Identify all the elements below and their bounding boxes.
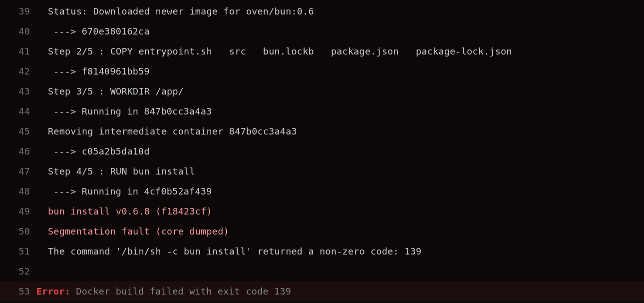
- line-number: 48: [0, 182, 30, 202]
- log-line: 42---> f8140961bb59: [0, 62, 644, 82]
- line-content: The command '/bin/sh -c bun install' ret…: [30, 242, 644, 262]
- line-content: Error: Docker build failed with exit cod…: [30, 282, 291, 302]
- log-text: ---> f8140961bb59: [53, 66, 150, 76]
- line-number: 44: [0, 102, 30, 122]
- line-number: 47: [0, 162, 30, 182]
- line-number: 53: [0, 282, 30, 302]
- line-number: 51: [0, 242, 30, 262]
- log-text: Status: Downloaded newer image for oven/…: [48, 6, 314, 16]
- log-line: 43Step 3/5 : WORKDIR /app/: [0, 82, 644, 102]
- log-text: Step 2/5 : COPY entrypoint.sh src bun.lo…: [48, 46, 512, 56]
- log-text: Step 3/5 : WORKDIR /app/: [48, 86, 184, 96]
- line-content: Step 3/5 : WORKDIR /app/: [30, 82, 644, 102]
- line-content: ---> 670e380162ca: [30, 22, 644, 42]
- line-content: ---> Running in 847b0cc3a4a3: [30, 102, 644, 122]
- line-content: Step 2/5 : COPY entrypoint.sh src bun.lo…: [30, 42, 644, 62]
- log-text: Removing intermediate container 847b0cc3…: [48, 126, 297, 136]
- log-text: The command '/bin/sh -c bun install' ret…: [48, 246, 421, 256]
- log-line: 48---> Running in 4cf0b52af439: [0, 182, 644, 202]
- line-number: 39: [0, 2, 30, 22]
- line-number: 50: [0, 222, 30, 242]
- line-content: Step 4/5 : RUN bun install: [30, 162, 644, 182]
- log-line: 39Status: Downloaded newer image for ove…: [0, 2, 644, 22]
- line-content: Status: Downloaded newer image for oven/…: [30, 2, 644, 22]
- line-content: Segmentation fault (core dumped): [30, 222, 644, 242]
- log-line: 45Removing intermediate container 847b0c…: [0, 122, 644, 142]
- line-content: ---> f8140961bb59: [30, 62, 644, 82]
- log-line: 40---> 670e380162ca: [0, 22, 644, 42]
- log-text: ---> c05a2b5da10d: [53, 146, 150, 156]
- log-text: bun install v0.6.8 (f18423cf): [48, 206, 212, 216]
- log-output: 39Status: Downloaded newer image for ove…: [0, 0, 644, 302]
- line-number: 52: [0, 262, 30, 282]
- log-text: ---> 670e380162ca: [53, 26, 150, 36]
- line-number: 45: [0, 122, 30, 142]
- line-number: 46: [0, 142, 30, 162]
- line-number: 42: [0, 62, 30, 82]
- line-number: 40: [0, 22, 30, 42]
- log-text: Docker build failed with exit code 139: [70, 286, 291, 296]
- line-content: bun install v0.6.8 (f18423cf): [30, 202, 644, 222]
- log-line: 46---> c05a2b5da10d: [0, 142, 644, 162]
- log-line: 51The command '/bin/sh -c bun install' r…: [0, 242, 644, 262]
- log-line: 41Step 2/5 : COPY entrypoint.sh src bun.…: [0, 42, 644, 62]
- log-line: 44---> Running in 847b0cc3a4a3: [0, 102, 644, 122]
- line-content: ---> Running in 4cf0b52af439: [30, 182, 644, 202]
- log-text: Error:: [36, 286, 70, 296]
- log-line: 47Step 4/5 : RUN bun install: [0, 162, 644, 182]
- log-text: Segmentation fault (core dumped): [48, 226, 229, 236]
- log-text: Step 4/5 : RUN bun install: [48, 166, 195, 176]
- line-content: ---> c05a2b5da10d: [30, 142, 644, 162]
- log-text: ---> Running in 4cf0b52af439: [53, 186, 212, 196]
- log-line: 49bun install v0.6.8 (f18423cf): [0, 202, 644, 222]
- line-number: 41: [0, 42, 30, 62]
- line-content: Removing intermediate container 847b0cc3…: [30, 122, 644, 142]
- log-line: 50Segmentation fault (core dumped): [0, 222, 644, 242]
- log-line: 53Error: Docker build failed with exit c…: [0, 282, 644, 302]
- log-line: 52: [0, 262, 644, 282]
- line-number: 43: [0, 82, 30, 102]
- log-text: ---> Running in 847b0cc3a4a3: [53, 106, 212, 116]
- line-number: 49: [0, 202, 30, 222]
